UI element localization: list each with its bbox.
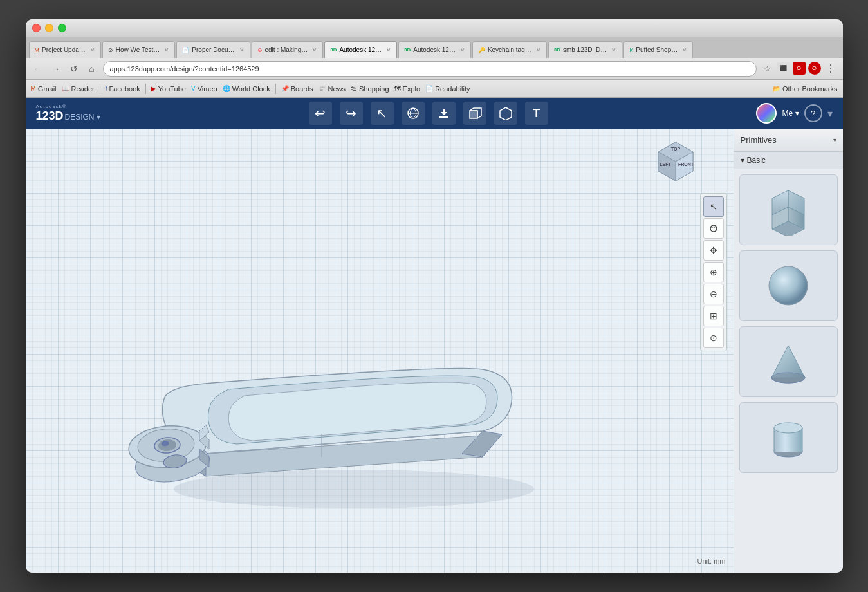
close-button[interactable]	[32, 24, 41, 32]
unit-label: Unit: mm	[697, 557, 726, 565]
keychain-tab-icon: 🔑	[478, 47, 485, 53]
select-button[interactable]: ↖	[371, 102, 394, 125]
nav-cube[interactable]: TOP FRONT LEFT	[653, 139, 695, 181]
tab-puffed-close[interactable]: ✕	[682, 47, 687, 53]
app-logo: Autodesk® 123D DESIGN ▾	[36, 104, 100, 123]
bookmark-explo[interactable]: 🗺 Explo	[394, 85, 421, 93]
bookmark-youtube-label: YouTube	[158, 85, 186, 93]
object2-button[interactable]	[494, 102, 517, 125]
tab-autodesk2-label: Autodesk 12…	[413, 46, 456, 53]
bookmark-vimeo[interactable]: V Vimeo	[191, 85, 217, 93]
bookmark-vimeo-label: Vimeo	[198, 85, 217, 93]
undo-button[interactable]: ↩	[309, 102, 332, 125]
tab-gmail-close[interactable]: ✕	[90, 47, 95, 53]
back-button[interactable]: ←	[31, 62, 45, 76]
extension-icon3[interactable]: O	[808, 62, 821, 75]
minimize-button[interactable]	[45, 24, 53, 32]
tab-autodesk1[interactable]: 3D Autodesk 12… ✕	[324, 41, 397, 58]
bookmarks-bar: M Gmail 📖 Reader f Facebook ▶ YouTube V …	[26, 80, 843, 98]
extension-icon2[interactable]: O	[793, 62, 806, 75]
tab-proper[interactable]: 📄 Proper Docu… ✕	[176, 41, 250, 58]
text-button[interactable]: T	[525, 102, 548, 125]
transform-icon	[406, 106, 420, 120]
tab-autodesk1-close[interactable]: ✕	[386, 47, 391, 53]
primitive-cone[interactable]	[739, 326, 838, 397]
zoom-out-tool-button[interactable]: ⊖	[703, 284, 724, 304]
gmail-tab-icon: M	[35, 47, 40, 53]
panel-dropdown-icon[interactable]: ▾	[833, 136, 836, 143]
extension-icon4[interactable]: ⋮	[824, 62, 838, 76]
tab-puffed-label: Puffed Shop…	[636, 46, 678, 53]
bookmark-gmail[interactable]: M Gmail	[31, 85, 57, 93]
tab-howwetest-close[interactable]: ✕	[164, 47, 169, 53]
import-button[interactable]	[432, 102, 456, 125]
tab-proper-close[interactable]: ✕	[239, 47, 245, 53]
primitive-box[interactable]	[739, 174, 838, 245]
design-label[interactable]: DESIGN ▾	[65, 113, 100, 122]
primitive-cylinder[interactable]	[739, 402, 838, 473]
youtube-bm-icon: ▶	[151, 85, 156, 92]
nav-bar: ← → ↺ ⌂ apps.123dapp.com/design/?content…	[26, 58, 843, 80]
cursor-tool-button[interactable]: ↖	[703, 196, 724, 217]
help-button[interactable]: ?	[804, 104, 822, 122]
section-basic-label: Basic	[747, 156, 766, 165]
panel-items	[734, 169, 843, 478]
bookmark-boards[interactable]: 📌 Boards	[281, 85, 313, 93]
bookmark-facebook[interactable]: f Facebook	[106, 85, 140, 93]
view-tool-button[interactable]: ⊙	[703, 328, 724, 348]
tab-autodesk1-label: Autodesk 12…	[339, 46, 382, 53]
bookmark-shopping[interactable]: 🛍 Shopping	[351, 85, 389, 93]
tab-smb[interactable]: 3D smb 123D_D… ✕	[548, 41, 623, 58]
tab-edit-label: edit : Making…	[265, 46, 308, 53]
panel-section-basic[interactable]: ▾ Basic	[734, 152, 843, 169]
bookmark-other[interactable]: 📂 Other Bookmarks	[773, 85, 838, 93]
tab-howwetest[interactable]: ⊙ How We Test… ✕	[102, 41, 176, 58]
sphere-icon	[762, 260, 814, 311]
tab-howwetest-label: How We Test…	[116, 46, 160, 53]
user-name[interactable]: Me ▾	[782, 109, 799, 118]
refresh-button[interactable]: ↺	[67, 62, 81, 76]
orbit-tool-button[interactable]	[703, 218, 724, 239]
tab-smb-label: smb 123D_D…	[563, 46, 607, 53]
help-dropdown-icon[interactable]: ▾	[827, 107, 833, 120]
maximize-button[interactable]	[58, 24, 66, 32]
readability-bm-icon: 📄	[425, 85, 433, 92]
primitive-sphere[interactable]	[739, 250, 838, 321]
fit-tool-button[interactable]: ⊞	[703, 306, 724, 326]
tab-keychain-close[interactable]: ✕	[536, 47, 541, 53]
autodesk2-tab-icon: 3D	[404, 47, 411, 53]
transform-button[interactable]	[402, 102, 425, 125]
bookmark-news[interactable]: 📰 News	[319, 85, 346, 93]
edit-tab-icon: ⊙	[257, 47, 263, 53]
pan-tool-button[interactable]: ✥	[703, 240, 724, 261]
bookmark-readability[interactable]: 📄 Readability	[425, 85, 470, 93]
reader-bm-icon: 📖	[62, 85, 69, 92]
tab-edit[interactable]: ⊙ edit : Making… ✕	[252, 41, 324, 58]
bookmark-worldclock[interactable]: 🌐 World Clock	[223, 85, 270, 93]
redo-button[interactable]: ↪	[340, 102, 363, 125]
object1-button[interactable]	[463, 102, 486, 125]
home-button[interactable]: ⌂	[85, 62, 99, 76]
tab-proper-label: Proper Docu…	[192, 46, 234, 53]
bookmark-gmail-label: Gmail	[38, 85, 57, 93]
bookmark-reader[interactable]: 📖 Reader	[62, 85, 95, 93]
url-bar[interactable]: apps.123dapp.com/design/?contentid=12645…	[103, 61, 757, 77]
zoom-in-tool-button[interactable]: ⊕	[703, 262, 724, 282]
boards-bm-icon: 📌	[281, 85, 289, 92]
other-bm-icon: 📂	[773, 85, 780, 92]
viewport[interactable]: TOP FRONT LEFT ↖ ✥ ⊕	[26, 129, 734, 573]
tab-edit-close[interactable]: ✕	[312, 47, 317, 53]
bookmark-star-icon[interactable]: ☆	[761, 62, 775, 76]
tab-autodesk2-close[interactable]: ✕	[460, 47, 465, 53]
tab-smb-close[interactable]: ✕	[611, 47, 616, 53]
bookmark-news-label: News	[328, 85, 346, 93]
extension-icon1[interactable]: ⬛	[777, 62, 790, 75]
traffic-lights	[32, 24, 66, 32]
tab-gmail[interactable]: M Project Upda… ✕	[29, 41, 101, 58]
bookmark-youtube[interactable]: ▶ YouTube	[151, 85, 186, 93]
tab-puffed[interactable]: K Puffed Shop… ✕	[623, 41, 693, 58]
forward-button[interactable]: →	[49, 62, 63, 76]
tab-keychain[interactable]: 🔑 Keychain tag… ✕	[472, 41, 547, 58]
tab-autodesk2[interactable]: 3D Autodesk 12… ✕	[398, 41, 471, 58]
user-avatar[interactable]	[756, 103, 777, 124]
